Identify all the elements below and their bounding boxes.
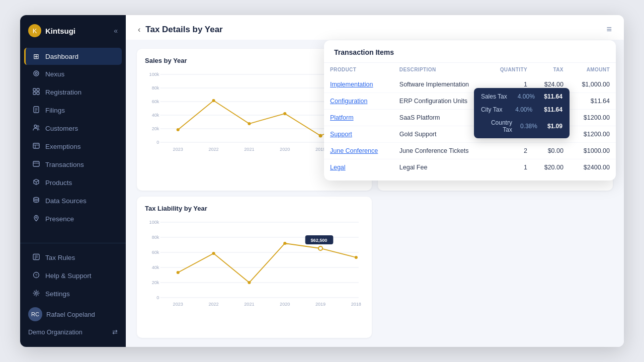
svg-text:60k: 60k [152, 99, 159, 104]
description-cell: Legal Fee [393, 159, 488, 176]
sidebar-item-filings[interactable]: Filings [24, 102, 122, 119]
col-tax: TAX [533, 63, 570, 76]
collapse-icon[interactable]: « [114, 27, 118, 35]
svg-point-28 [35, 292, 37, 294]
svg-rect-3 [37, 88, 39, 91]
sidebar-item-help[interactable]: ? Help & Support [24, 267, 122, 285]
tax-rules-icon [32, 253, 40, 262]
main-content: ‹ Tax Details by Year ≡ Sales by Year [126, 15, 624, 347]
svg-text:100k: 100k [149, 220, 159, 225]
svg-text:80k: 80k [152, 235, 159, 240]
presence-icon [32, 215, 40, 223]
sidebar-item-label: Exemptions [45, 143, 81, 150]
help-icon: ? [32, 272, 40, 280]
svg-text:2021: 2021 [244, 302, 254, 307]
svg-text:2018: 2018 [351, 302, 361, 307]
product-link[interactable]: Platform [324, 110, 393, 126]
amount-cell: $1,000.00 [570, 76, 616, 93]
svg-text:2022: 2022 [208, 147, 218, 152]
sidebar-item-data-sources[interactable]: Data Sources [24, 192, 122, 210]
filter-icon[interactable]: ≡ [606, 24, 612, 35]
tooltip-row-country-tax: Country Tax 0.38% $1.09 [474, 116, 570, 136]
transaction-items-panel: Transaction Items PRODUCT DESCRIPTION QU… [324, 40, 616, 180]
svg-rect-15 [33, 161, 39, 166]
svg-text:60k: 60k [152, 250, 159, 255]
kintsugi-logo-icon: K [28, 24, 41, 37]
sidebar-item-presence[interactable]: Presence [24, 210, 122, 228]
tax-liability-title: Tax Liability by Year [145, 205, 364, 212]
svg-text:40k: 40k [152, 113, 159, 118]
amount-cell: $11.64 [570, 93, 616, 110]
amount-cell: $1200.00 [570, 126, 616, 143]
sidebar-item-exemptions[interactable]: Exemptions [24, 138, 122, 155]
svg-point-21 [36, 217, 37, 218]
description-cell: June Conference Tickets [393, 143, 488, 159]
table-row: Configuration ERP Configuration Units 20… [324, 93, 616, 110]
sidebar-item-label: Presence [45, 215, 74, 223]
tooltip-row-sales-tax: Sales Tax 4.00% $11.64 [474, 90, 570, 103]
col-description: DESCRIPTION [393, 63, 488, 76]
quantity-cell: 1 [488, 159, 533, 176]
sidebar-item-transactions[interactable]: Transactions [24, 156, 122, 173]
back-button[interactable]: ‹ [138, 25, 140, 34]
svg-point-93 [177, 271, 180, 274]
svg-rect-4 [33, 92, 36, 95]
svg-point-0 [34, 71, 39, 76]
tax-cell: $20.00 [533, 159, 570, 176]
sidebar-item-label: Filings [45, 107, 65, 114]
svg-line-18 [36, 180, 39, 182]
product-link[interactable]: Support [324, 126, 393, 143]
svg-line-19 [34, 180, 36, 182]
sidebar-item-nexus[interactable]: Nexus [24, 65, 122, 83]
tax-liability-chart: 100k 80k 60k 40k 20k 0 [145, 217, 364, 303]
svg-point-43 [248, 122, 251, 125]
svg-text:20k: 20k [152, 126, 159, 131]
svg-text:2021: 2021 [244, 147, 254, 152]
svg-text:80k: 80k [152, 85, 159, 90]
svg-point-45 [318, 134, 322, 138]
product-link[interactable]: Implementation [324, 76, 393, 93]
svg-text:2023: 2023 [173, 302, 183, 307]
svg-point-42 [212, 99, 215, 102]
product-link[interactable]: Configuration [324, 93, 393, 110]
sidebar-item-customers[interactable]: Customers [24, 120, 122, 137]
svg-text:20k: 20k [152, 280, 159, 285]
tooltip-row-city-tax: City Tax 4.00% $11.64 [474, 103, 570, 116]
svg-text:2023: 2023 [173, 147, 183, 152]
svg-point-11 [37, 126, 39, 128]
dashboard-icon: ⊞ [32, 52, 40, 60]
user-name: Rafael Copeland [46, 311, 95, 318]
sidebar-item-label: Dashboard [45, 53, 78, 60]
products-icon [32, 178, 40, 187]
sidebar-item-settings[interactable]: Settings [24, 285, 122, 303]
org-switch-icon[interactable]: ⇄ [112, 328, 118, 336]
user-row[interactable]: RC Rafael Copeland [20, 303, 126, 325]
col-product: PRODUCT [324, 63, 393, 76]
sidebar-item-label: Tax Rules [45, 254, 75, 261]
tax-cell: $0.00 [533, 143, 570, 159]
svg-point-1 [35, 72, 37, 74]
sidebar-item-label: Data Sources [45, 197, 87, 205]
svg-text:40k: 40k [152, 265, 159, 270]
col-quantity: QUANTITY [488, 63, 533, 76]
table-row: Implementation Software Implementation 1… [324, 76, 616, 93]
product-link[interactable]: Legal [324, 159, 393, 176]
sidebar-item-tax-rules[interactable]: Tax Rules [24, 249, 122, 266]
sidebar-item-label: Customers [45, 125, 78, 132]
svg-text:$62,500: $62,500 [311, 238, 328, 243]
sidebar: K Kintsugi « ⊞ Dashboard Nexus Registrat… [20, 15, 126, 347]
sidebar-item-dashboard[interactable]: ⊞ Dashboard [24, 48, 122, 65]
svg-text:100k: 100k [149, 72, 159, 77]
amount-cell: $2400.00 [570, 159, 616, 176]
tax-breakdown-tooltip: Sales Tax 4.00% $11.64 City Tax 4.00% $1… [474, 88, 570, 138]
svg-point-100 [355, 256, 358, 259]
amount-cell: $1000.00 [570, 143, 616, 159]
product-link[interactable]: June Conference [324, 143, 393, 159]
svg-point-10 [34, 125, 37, 128]
org-row[interactable]: Demo Organization ⇄ [20, 325, 126, 339]
sidebar-item-registration[interactable]: Registration [24, 83, 122, 101]
svg-point-41 [177, 128, 180, 131]
svg-text:?: ? [35, 273, 38, 278]
svg-point-44 [283, 112, 286, 115]
sidebar-item-products[interactable]: Products [24, 174, 122, 192]
